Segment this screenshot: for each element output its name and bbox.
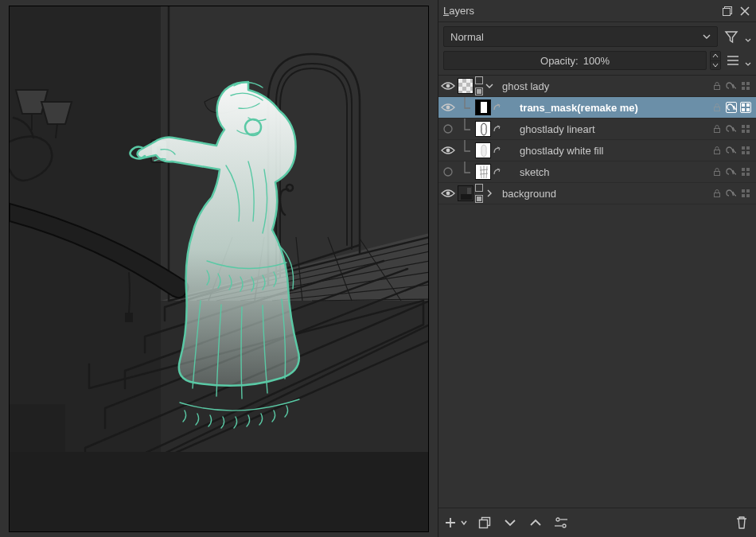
close-panel-icon[interactable] bbox=[738, 5, 751, 18]
panel-top-row: Normal bbox=[438, 22, 756, 51]
svg-rect-25 bbox=[715, 107, 720, 111]
alpha-indicator-icon[interactable] bbox=[726, 80, 737, 91]
opacity-slider[interactable]: Opacity: 100% bbox=[443, 51, 707, 70]
layer-name-label[interactable]: background bbox=[494, 188, 711, 200]
visibility-off-icon[interactable] bbox=[438, 123, 458, 134]
opacity-increment[interactable] bbox=[711, 52, 720, 61]
layer-row[interactable]: ghost lady bbox=[438, 76, 756, 97]
panel-menu-caret-icon[interactable] bbox=[745, 53, 751, 68]
layer-name-label[interactable]: trans_mask(remake me) bbox=[512, 102, 711, 114]
lock-icon[interactable] bbox=[711, 80, 723, 91]
channel-indicator-icon[interactable] bbox=[740, 123, 751, 134]
expand-placeholder bbox=[502, 161, 512, 183]
filter-dropdown-caret-icon[interactable] bbox=[745, 29, 751, 44]
move-layer-up-button[interactable] bbox=[528, 515, 544, 531]
layer-name-label[interactable]: ghost lady bbox=[494, 80, 711, 92]
svg-rect-12 bbox=[723, 8, 731, 15]
layer-list[interactable]: ghost ladytrans_mask(remake me)ghostlady… bbox=[438, 75, 756, 508]
svg-point-13 bbox=[446, 84, 450, 88]
layer-thumbnail bbox=[458, 185, 473, 201]
layer-indicator-group bbox=[711, 80, 756, 91]
duplicate-layer-button[interactable] bbox=[477, 515, 493, 531]
layer-name-label[interactable]: ghostlady white fill bbox=[512, 145, 711, 157]
inherit-alpha-icon[interactable] bbox=[491, 97, 502, 119]
svg-rect-57 bbox=[477, 197, 481, 201]
lock-icon[interactable] bbox=[711, 123, 723, 134]
layer-indicator-group bbox=[711, 188, 756, 199]
visibility-eye-icon[interactable] bbox=[438, 145, 458, 156]
canvas-viewport[interactable] bbox=[9, 6, 429, 532]
svg-rect-55 bbox=[476, 185, 483, 192]
lock-icon[interactable] bbox=[711, 102, 723, 113]
layer-row[interactable]: trans_mask(remake me) bbox=[438, 97, 756, 119]
svg-rect-36 bbox=[746, 130, 750, 133]
expand-right-icon[interactable] bbox=[485, 183, 494, 204]
layer-name-label[interactable]: sketch bbox=[512, 166, 711, 178]
layer-filter-icon[interactable] bbox=[723, 28, 740, 45]
tree-elbow-icon bbox=[458, 161, 475, 183]
layer-thumb-area bbox=[458, 185, 473, 201]
svg-rect-34 bbox=[746, 125, 750, 128]
layer-indicator-group bbox=[711, 102, 756, 113]
channel-indicator-icon[interactable] bbox=[740, 188, 751, 199]
channel-indicator-icon[interactable] bbox=[740, 166, 751, 177]
layer-thumbnail bbox=[475, 142, 491, 158]
inherit-alpha-icon[interactable] bbox=[491, 140, 502, 161]
layer-thumb-area bbox=[458, 78, 473, 94]
alpha-indicator-icon[interactable] bbox=[726, 123, 737, 134]
layer-thumbnail bbox=[475, 121, 491, 137]
alpha-indicator-icon[interactable] bbox=[726, 166, 737, 177]
delete-layer-button[interactable] bbox=[734, 515, 750, 531]
alpha-indicator-icon[interactable] bbox=[726, 188, 737, 199]
panel-menu-icon[interactable] bbox=[724, 52, 742, 69]
visibility-eye-icon[interactable] bbox=[438, 188, 458, 199]
opacity-value: 100% bbox=[583, 55, 610, 67]
lock-icon[interactable] bbox=[711, 166, 723, 177]
channel-indicator-icon[interactable] bbox=[740, 80, 751, 91]
svg-rect-46 bbox=[715, 172, 720, 176]
svg-rect-14 bbox=[476, 77, 483, 84]
tree-elbow-icon bbox=[458, 119, 475, 140]
svg-rect-6 bbox=[10, 404, 65, 452]
lock-icon[interactable] bbox=[711, 188, 723, 199]
passthrough-icon[interactable] bbox=[473, 183, 485, 204]
layer-name-label[interactable]: ghostlady lineart bbox=[512, 123, 711, 135]
visibility-eye-icon[interactable] bbox=[438, 80, 458, 91]
visibility-off-icon[interactable] bbox=[438, 166, 458, 177]
inherit-alpha-icon[interactable] bbox=[491, 119, 502, 140]
layer-row[interactable]: background bbox=[438, 183, 756, 204]
passthrough-icon[interactable] bbox=[473, 76, 485, 97]
lock-icon[interactable] bbox=[711, 145, 723, 156]
svg-rect-28 bbox=[742, 108, 745, 111]
blend-mode-value: Normal bbox=[450, 31, 484, 43]
layer-thumbnail bbox=[475, 99, 491, 115]
inherit-alpha-icon[interactable] bbox=[491, 161, 502, 183]
svg-rect-47 bbox=[742, 168, 745, 171]
layer-row[interactable]: sketch bbox=[438, 161, 756, 183]
visibility-eye-icon[interactable] bbox=[438, 102, 458, 113]
add-layer-button[interactable] bbox=[445, 515, 467, 531]
opacity-decrement[interactable] bbox=[711, 61, 720, 70]
layer-row[interactable]: ghostlady white fill bbox=[438, 140, 756, 161]
canvas-area bbox=[0, 0, 438, 537]
expand-down-icon[interactable] bbox=[485, 76, 494, 97]
svg-rect-18 bbox=[742, 82, 745, 85]
svg-rect-17 bbox=[715, 86, 720, 90]
channel-indicator-icon[interactable] bbox=[740, 102, 751, 113]
panel-titlebar: Layers bbox=[438, 0, 756, 22]
svg-rect-21 bbox=[746, 87, 750, 90]
svg-rect-64 bbox=[480, 520, 488, 528]
svg-point-30 bbox=[444, 125, 452, 133]
move-layer-down-button[interactable] bbox=[502, 515, 518, 531]
layer-thumbnail bbox=[475, 164, 491, 180]
panel-title: Layers bbox=[443, 5, 716, 17]
blend-mode-select[interactable]: Normal bbox=[443, 26, 718, 47]
float-panel-icon[interactable] bbox=[721, 5, 734, 18]
svg-rect-7 bbox=[125, 313, 133, 322]
layer-row[interactable]: ghostlady lineart bbox=[438, 119, 756, 140]
alpha-indicator-icon[interactable] bbox=[726, 145, 737, 156]
chevron-down-icon bbox=[703, 33, 711, 41]
channel-indicator-icon[interactable] bbox=[740, 145, 751, 156]
alpha-indicator-icon[interactable] bbox=[726, 102, 737, 113]
layer-properties-button[interactable] bbox=[553, 515, 569, 531]
